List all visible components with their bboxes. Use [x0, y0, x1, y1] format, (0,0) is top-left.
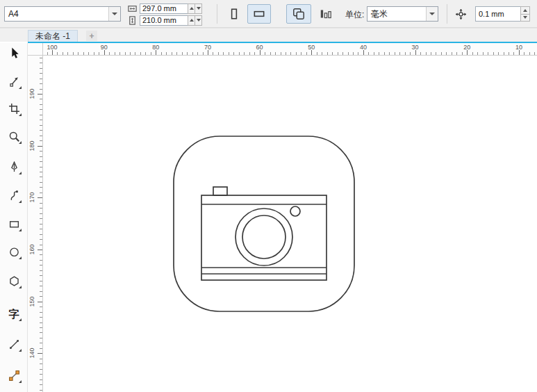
ruler-tick	[368, 52, 369, 55]
document-tab[interactable]: 未命名 -1	[28, 30, 78, 42]
ruler-tick	[40, 286, 42, 286]
nudge-spin-down-button[interactable]	[520, 14, 530, 22]
page-bars-icon	[319, 7, 333, 21]
ruler-tick	[57, 52, 58, 55]
portrait-button[interactable]	[224, 4, 245, 24]
ruler-tick	[296, 52, 297, 55]
ruler-tick	[40, 234, 42, 235]
ruler-tick	[40, 68, 42, 69]
ruler-tick	[40, 348, 42, 349]
ruler-tick	[477, 52, 478, 55]
ruler-tick	[384, 52, 385, 55]
freehand-tool[interactable]	[6, 187, 22, 204]
ruler-tick	[40, 218, 42, 219]
toolbox: 字	[0, 43, 28, 392]
ruler-tick	[156, 50, 156, 55]
camera-lens-outer	[236, 209, 292, 266]
ruler-tick	[223, 52, 224, 55]
ruler-tick	[40, 193, 42, 193]
polygon-tool[interactable]	[6, 272, 22, 289]
ruler-tick	[40, 374, 42, 375]
pen-tool[interactable]	[6, 158, 22, 175]
ruler-tick	[40, 379, 42, 380]
shape-tool[interactable]	[6, 73, 22, 90]
interactive-fill-tool[interactable]	[6, 367, 22, 384]
document-tab-bar: 未命名 -1 +	[0, 28, 537, 42]
ruler-tick	[218, 52, 219, 55]
units-value: 毫米	[367, 8, 426, 20]
landscape-button[interactable]	[247, 4, 271, 24]
ruler-number: 190	[28, 87, 35, 101]
ruler-tick	[233, 52, 234, 55]
page-height-input[interactable]	[140, 15, 188, 26]
chevron-down-icon[interactable]	[108, 7, 120, 21]
ruler-tick	[40, 245, 42, 245]
ruler-tick	[40, 265, 42, 266]
chevron-down-icon[interactable]	[426, 7, 438, 21]
ruler-tick	[172, 52, 172, 55]
ruler-tick	[244, 52, 245, 55]
pen-nib-icon	[8, 161, 20, 173]
ruler-tick	[420, 52, 421, 55]
ruler-tick	[40, 120, 42, 120]
ruler-tick	[275, 52, 276, 55]
units-select[interactable]: 毫米	[367, 6, 438, 22]
current-page-button[interactable]	[314, 4, 338, 24]
ruler-tick	[94, 52, 94, 55]
ruler-tick	[40, 177, 42, 177]
ruler-origin-corner[interactable]	[28, 43, 43, 56]
ruler-tick	[40, 332, 42, 333]
ruler-tick	[40, 390, 42, 391]
rectangle-icon	[8, 218, 20, 230]
ruler-tick	[115, 52, 115, 55]
ruler-tick	[176, 52, 177, 55]
ruler-tick	[483, 52, 484, 55]
ruler-tick	[40, 156, 42, 157]
all-pages-button[interactable]	[286, 4, 311, 24]
flyout-indicator	[19, 286, 22, 288]
zoom-tool[interactable]	[6, 128, 22, 145]
ruler-tick	[456, 52, 457, 55]
nudge-distance-input[interactable]	[475, 6, 521, 22]
ruler-number: 80	[149, 44, 163, 51]
ellipse-tool[interactable]	[6, 243, 22, 260]
crop-tool[interactable]	[6, 100, 22, 117]
ruler-tick	[40, 369, 42, 370]
page-size-select[interactable]: A4	[4, 6, 121, 22]
page-width-icon	[127, 3, 138, 14]
camera-drawing[interactable]	[174, 136, 354, 311]
ruler-tick	[140, 52, 141, 55]
ruler-tick	[426, 52, 427, 55]
nudge-offset-button[interactable]	[452, 4, 470, 24]
ruler-tick	[38, 197, 42, 198]
ellipse-icon	[8, 246, 20, 258]
ruler-tick	[40, 359, 42, 359]
separator	[447, 4, 447, 24]
flyout-indicator	[19, 256, 22, 259]
ruler-tick	[348, 52, 349, 55]
ruler-tick	[166, 52, 167, 55]
vertical-ruler[interactable]: 190180170160150140	[28, 56, 43, 392]
ruler-tick	[40, 312, 42, 313]
width-spin-down-button[interactable]	[195, 3, 202, 14]
rectangle-tool[interactable]	[6, 215, 22, 232]
height-spin-down-button[interactable]	[195, 15, 202, 26]
drawing-canvas[interactable]	[43, 56, 537, 392]
ruler-tick	[519, 50, 520, 55]
ruler-tick	[135, 52, 135, 55]
ruler-tick	[130, 52, 131, 55]
ruler-tick	[441, 52, 442, 55]
pick-cursor-icon	[8, 47, 20, 59]
text-tool[interactable]: 字	[6, 305, 22, 322]
ruler-tick	[40, 63, 42, 63]
page-height-row	[127, 15, 202, 26]
pick-tool[interactable]	[6, 44, 22, 61]
page-width-input[interactable]	[140, 3, 188, 14]
new-tab-button[interactable]: +	[86, 31, 97, 41]
line-tool[interactable]	[6, 336, 22, 352]
ruler-tick	[40, 99, 42, 99]
ruler-tick	[40, 343, 42, 343]
horizontal-ruler[interactable]: 100908070605040302010	[43, 43, 537, 56]
ruler-tick	[38, 146, 42, 147]
ruler-tick	[40, 208, 42, 209]
